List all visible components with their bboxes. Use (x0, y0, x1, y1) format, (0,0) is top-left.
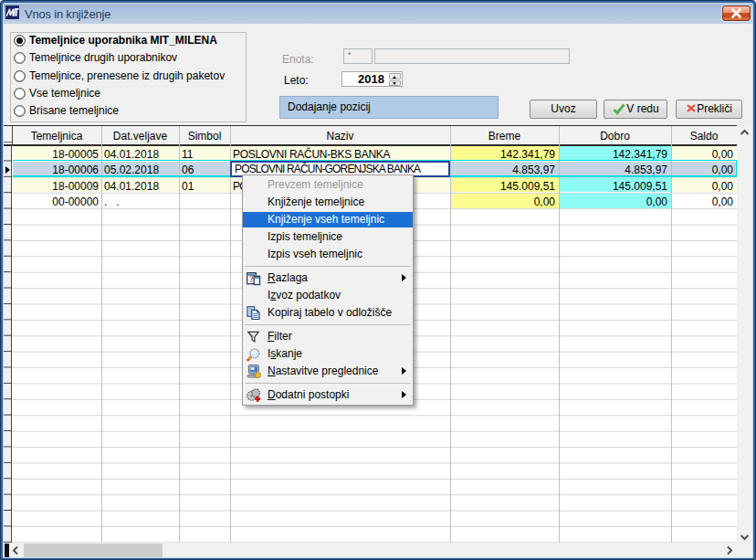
svg-text:?: ? (249, 274, 254, 284)
